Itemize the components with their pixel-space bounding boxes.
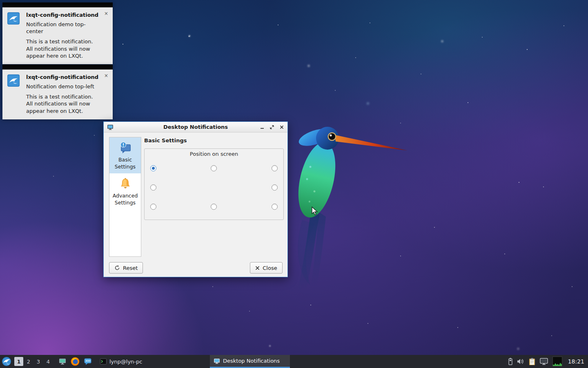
notification-body: This is a test notification. All notific… (26, 38, 99, 59)
close-x-icon (255, 266, 260, 270)
position-radio-top-left[interactable] (150, 165, 156, 171)
cpu-graph-icon[interactable] (552, 357, 562, 366)
notification-popup[interactable]: × lxqt-config-notificationd Notification… (2, 65, 113, 119)
minimize-icon[interactable] (259, 124, 265, 130)
task-label: Desktop Notifications (223, 358, 280, 364)
reset-icon (114, 265, 120, 271)
position-radio-bottom-right[interactable] (272, 204, 278, 210)
notification-body: This is a test notification. All notific… (26, 93, 99, 114)
lxqt-logo-icon (2, 357, 11, 366)
close-button-label: Close (263, 265, 277, 271)
bell-icon (119, 177, 132, 190)
notification-app-name: lxqt-config-notificationd (26, 11, 99, 18)
notification-top-bar (2, 65, 113, 70)
notification-popup[interactable]: × lxqt-config-notificationd Notification… (2, 2, 113, 64)
task-label: lynp@lyn-pc (109, 359, 142, 365)
notification-app-name: lxqt-config-notificationd (26, 74, 99, 81)
sidebar-item-label: Advanced Settings (111, 193, 140, 206)
workspace-button-1[interactable]: 1 (14, 357, 23, 366)
radio-button[interactable] (272, 184, 278, 191)
volume-icon[interactable] (517, 358, 524, 365)
sidebar-item-basic-settings[interactable]: Basic Settings (109, 137, 141, 173)
firefox-icon[interactable] (71, 357, 80, 366)
sidebar-item-advanced-settings[interactable]: Advanced Settings (109, 173, 141, 209)
position-radio-middle-right[interactable] (272, 184, 278, 191)
window-titlebar[interactable]: Desktop Notifications (104, 122, 287, 132)
start-menu-button[interactable] (0, 355, 13, 368)
window-display-icon (107, 124, 114, 130)
radio-button[interactable] (272, 204, 278, 210)
notification-summary: Notification demo top-left (26, 83, 99, 90)
position-radio-bottom-center[interactable] (211, 204, 217, 210)
desktop-notifications-window: Desktop Notifications Basic Settin (103, 121, 288, 277)
section-heading: Basic Settings (144, 137, 187, 144)
position-radio-top-center[interactable] (211, 165, 217, 171)
radio-button[interactable] (272, 165, 278, 171)
workspace-button-3[interactable]: 3 (34, 357, 43, 366)
close-button[interactable]: Close (250, 262, 283, 274)
terminal-icon (100, 358, 107, 365)
task-desktop-notifications[interactable]: Desktop Notifications (210, 355, 290, 368)
display-tray-icon[interactable] (540, 358, 548, 365)
taskbar: 1234 (0, 355, 588, 368)
hummingbird-wallpaper (286, 118, 416, 294)
task-terminal[interactable]: lynp@lyn-pc (96, 355, 176, 368)
system-tray: 18:21 (508, 357, 588, 366)
reset-button-label: Reset (123, 265, 138, 271)
position-radio-middle-left[interactable] (150, 184, 156, 191)
workspace-button-2[interactable]: 2 (24, 357, 33, 366)
position-radio-bottom-left[interactable] (150, 204, 156, 210)
reset-button[interactable]: Reset (109, 262, 143, 274)
position-on-screen-group: Position on screen (144, 148, 284, 220)
bright-stars (0, 0, 1, 1)
mouse-cursor (312, 206, 318, 215)
clock[interactable]: 18:21 (568, 358, 584, 365)
display-icon (214, 358, 220, 364)
close-icon[interactable] (278, 124, 285, 130)
radio-button[interactable] (211, 204, 217, 210)
group-title: Position on screen (145, 151, 283, 157)
battery-icon[interactable] (508, 358, 512, 365)
position-radio-top-right[interactable] (272, 165, 278, 171)
clipboard-icon[interactable] (529, 358, 535, 366)
radio-button[interactable] (150, 204, 156, 210)
restore-icon[interactable] (269, 124, 275, 130)
sidebar-item-label: Basic Settings (111, 157, 140, 170)
notification-bubble-icon (119, 141, 132, 154)
radio-button[interactable] (211, 165, 217, 171)
notification-top-bar (2, 2, 113, 7)
desktop: × lxqt-config-notificationd Notification… (0, 0, 588, 368)
chat-icon[interactable] (83, 357, 92, 366)
notification-close-button[interactable]: × (103, 73, 109, 79)
radio-button[interactable] (150, 165, 156, 171)
radio-button[interactable] (150, 184, 156, 191)
lxqt-bird-icon (7, 74, 20, 87)
notification-summary: Notification demo top-center (26, 21, 99, 35)
task-list: lynp@lyn-pc Desktop Notifications (96, 355, 290, 368)
settings-sidebar: Basic Settings Advanced Settings (109, 137, 141, 257)
position-grid (149, 159, 279, 216)
workspace-button-4[interactable]: 4 (44, 357, 53, 366)
star-field (0, 0, 1, 1)
notification-close-button[interactable]: × (103, 11, 109, 17)
lxqt-bird-icon (7, 12, 20, 25)
show-desktop-icon[interactable] (58, 357, 67, 366)
workspace-switcher: 1234 (14, 357, 53, 366)
